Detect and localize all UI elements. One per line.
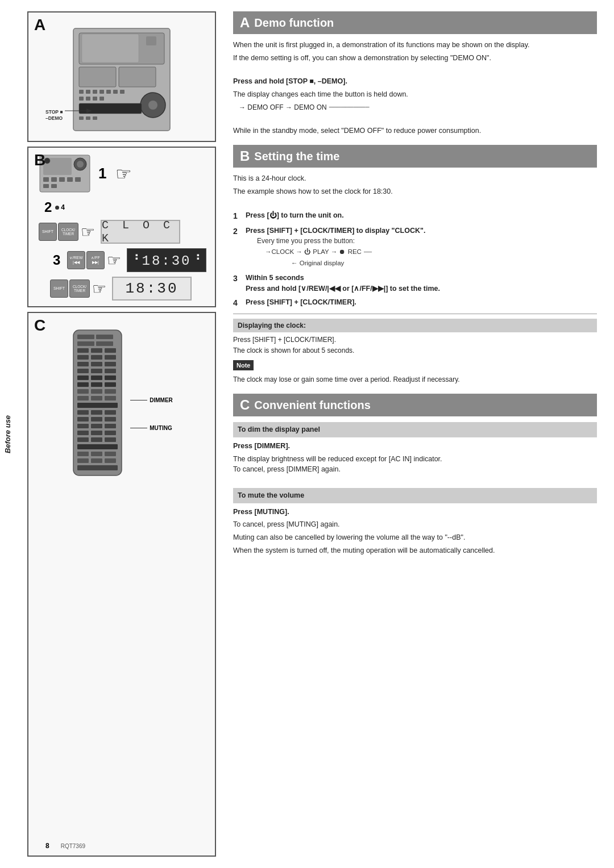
stop-demo-label: STOP ■–DEMO xyxy=(45,109,63,122)
svg-rect-69 xyxy=(105,410,116,415)
svg-rect-58 xyxy=(91,382,102,387)
svg-rect-59 xyxy=(105,382,116,387)
divider-1 xyxy=(233,314,597,314)
section-a-press-label: Press and hold [STOP ■, –DEMO]. xyxy=(233,77,347,85)
displaying-clock-text: Press [SHIFT] + [CLOCK/TIMER]. The clock… xyxy=(233,335,597,356)
svg-rect-86 xyxy=(77,458,89,463)
section-a-display-change: The display changes each time the button… xyxy=(233,89,597,100)
b-step-3-content: Within 5 seconds Press and hold [∨/REW/|… xyxy=(246,273,440,294)
b-step-2-content: Press [SHIFT] + [CLOCK/TIMER] to display… xyxy=(246,226,425,269)
svg-rect-41 xyxy=(96,341,113,346)
svg-rect-40 xyxy=(77,341,94,346)
svg-rect-71 xyxy=(91,417,102,422)
note-text: The clock may lose or gain some time ove… xyxy=(233,374,597,385)
b-step-3: 3 Within 5 seconds Press and hold [∨/REW… xyxy=(233,273,597,294)
svg-point-18 xyxy=(148,101,157,110)
svg-rect-53 xyxy=(105,369,116,373)
svg-rect-2 xyxy=(82,34,139,62)
section-c-letter: C xyxy=(240,397,250,413)
svg-rect-60 xyxy=(77,389,89,394)
svg-rect-65 xyxy=(105,396,116,400)
right-panel: A Demo function When the unit is first p… xyxy=(222,0,614,868)
svg-rect-62 xyxy=(105,389,116,394)
svg-rect-34 xyxy=(43,184,49,188)
svg-rect-67 xyxy=(77,410,89,415)
step-b-row-3: 3 ∨/REW |◀◀ ∧/FF ▶▶| xyxy=(39,248,210,272)
note-label: Note xyxy=(233,360,254,371)
svg-rect-77 xyxy=(91,431,102,435)
svg-rect-43 xyxy=(91,348,102,353)
displaying-clock-label: Displaying the clock: xyxy=(238,322,306,329)
b-step-3-text2: Press and hold [∨/REW/|◀◀ or [∧/FF/▶▶|] … xyxy=(246,285,440,293)
b-step-1: 1 Press [⏻] to turn the unit on. xyxy=(233,210,597,222)
svg-rect-14 xyxy=(86,97,90,101)
svg-point-28 xyxy=(77,161,84,168)
mute-press-text: Press [MUTING]. xyxy=(233,508,289,516)
svg-rect-4 xyxy=(79,67,116,87)
svg-rect-54 xyxy=(77,375,89,380)
ff-btn[interactable]: ∧/FF ▶▶| xyxy=(86,251,105,269)
section-c: C Convenient functions To dim the displa… xyxy=(233,394,597,565)
svg-rect-22 xyxy=(93,116,97,120)
svg-rect-51 xyxy=(77,369,89,373)
section-b-box-label: B xyxy=(34,151,45,169)
hand-icon-2: ☞ xyxy=(81,223,95,241)
svg-rect-89 xyxy=(77,465,118,470)
section-b-title: Setting the time xyxy=(254,150,339,163)
svg-rect-45 xyxy=(77,355,89,360)
section-a-intro2: If the demo setting is off, you can show… xyxy=(233,53,597,64)
svg-rect-12 xyxy=(120,90,125,94)
svg-rect-5 xyxy=(119,67,156,87)
svg-rect-70 xyxy=(77,417,89,422)
b-step-2-num: 2 xyxy=(233,226,242,269)
svg-rect-3 xyxy=(146,36,156,45)
shift-btn[interactable]: SHIFT xyxy=(39,223,57,241)
clock-flow-text: →CLOCK → ⏻ PLAY → ⏺ REC xyxy=(265,247,362,257)
svg-rect-44 xyxy=(105,348,116,353)
b-step-2: 2 Press [SHIFT] + [CLOCK/TIMER] to displ… xyxy=(233,226,597,269)
b-step-1-text: Press [⏻] to turn the unit on. xyxy=(246,211,344,219)
clock-display: C L O C K xyxy=(101,220,180,244)
dim-text: The display brightness will be reduced e… xyxy=(233,454,597,475)
mute-text1: To cancel, press [MUTING] again. xyxy=(233,519,597,530)
svg-rect-15 xyxy=(93,97,97,101)
svg-rect-6 xyxy=(79,90,84,94)
clock-timer-btn-2[interactable]: CLOCK/TIMER xyxy=(69,279,90,298)
section-b-box: B xyxy=(27,147,216,307)
b-step-1-num: 1 xyxy=(233,210,242,222)
remote-illustration xyxy=(70,329,125,477)
svg-rect-35 xyxy=(51,184,57,188)
svg-rect-47 xyxy=(105,355,116,360)
dim-press-text: Press [DIMMER]. xyxy=(233,442,290,450)
stop-demo-arrow xyxy=(65,102,93,119)
before-use-label: Before use xyxy=(4,415,13,453)
mute-text3: When the system is turned off, the mutin… xyxy=(233,545,597,556)
clock-flow: →CLOCK → ⏻ PLAY → ⏺ REC ── xyxy=(257,247,425,257)
clock-timer-btn[interactable]: CLOCK/TIMER xyxy=(58,223,78,241)
hand-icon-1: ☞ xyxy=(115,163,132,185)
remote-container: DIMMER MUTING xyxy=(33,329,210,477)
displaying-clock-sub: Displaying the clock: xyxy=(233,319,597,332)
mute-text2: Muting can also be cancelled by lowering… xyxy=(233,532,597,543)
b-step-3-num: 3 xyxy=(233,273,242,294)
svg-rect-80 xyxy=(91,437,102,442)
svg-rect-79 xyxy=(77,437,89,442)
page: Before use A xyxy=(0,0,614,868)
svg-rect-50 xyxy=(105,362,116,366)
svg-rect-49 xyxy=(91,362,102,366)
section-b-letter: B xyxy=(240,148,250,164)
svg-rect-29 xyxy=(43,177,49,182)
section-a-flow: → DEMO OFF → DEMO ON ────────── xyxy=(233,102,597,112)
shift-btn-2[interactable]: SHIFT xyxy=(50,279,68,298)
section-a-box: A xyxy=(27,11,216,142)
rew-btn[interactable]: ∨/REW |◀◀ xyxy=(67,251,85,269)
left-panel: Before use A xyxy=(0,0,222,868)
section-c-title: Convenient functions xyxy=(254,399,370,412)
svg-rect-64 xyxy=(91,396,102,400)
clock-flow-2: ← Original display xyxy=(257,258,425,268)
hand-icon-3: ☞ xyxy=(107,251,121,270)
mute-header-text: To mute the volume xyxy=(238,491,304,499)
svg-rect-16 xyxy=(99,97,104,101)
svg-rect-52 xyxy=(91,369,102,373)
svg-rect-48 xyxy=(77,362,89,366)
